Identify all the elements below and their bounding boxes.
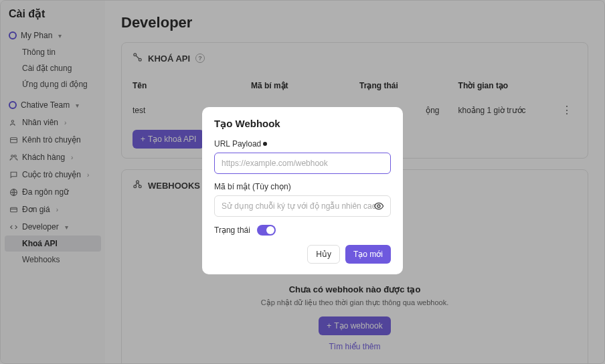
submit-button[interactable]: Tạo mới <box>345 245 391 264</box>
url-label: URL Payload <box>214 139 391 149</box>
status-toggle[interactable] <box>257 225 276 236</box>
required-icon <box>263 142 267 146</box>
url-payload-input[interactable] <box>214 153 391 174</box>
svg-point-20 <box>377 205 380 207</box>
secret-input[interactable] <box>214 195 391 217</box>
modal-title: Tạo Webhook <box>214 118 391 130</box>
eye-icon[interactable] <box>373 201 384 214</box>
create-webhook-modal: Tạo Webhook URL Payload Mã bí mật (Tùy c… <box>202 107 403 274</box>
modal-backdrop[interactable]: Tạo Webhook URL Payload Mã bí mật (Tùy c… <box>0 0 605 364</box>
secret-label: Mã bí mật (Tùy chọn) <box>214 182 391 191</box>
cancel-button[interactable]: Hủy <box>307 245 340 264</box>
status-label: Trạng thái <box>214 225 250 235</box>
